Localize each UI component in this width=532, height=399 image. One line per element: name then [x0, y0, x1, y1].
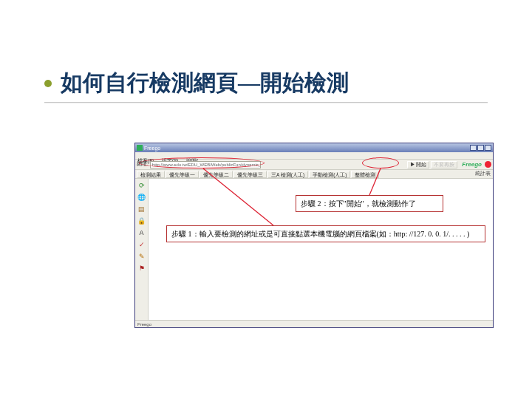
- tab-result[interactable]: 檢測結果: [137, 171, 165, 178]
- tab-p1[interactable]: 優先等級一: [166, 171, 199, 178]
- app-icon: [137, 145, 143, 151]
- flag-icon[interactable]: ⚑: [137, 263, 146, 273]
- lock-icon[interactable]: 🔒: [137, 216, 146, 225]
- logo-icon: [485, 161, 491, 168]
- refresh-icon[interactable]: ⟳: [137, 180, 146, 190]
- tab-stats[interactable]: 統計表: [475, 171, 491, 177]
- start-button[interactable]: ▶ 開始: [407, 161, 430, 168]
- globe-icon[interactable]: 🌐: [137, 192, 146, 202]
- page-icon[interactable]: ▤: [137, 204, 146, 214]
- titlebar: Freego: [135, 143, 493, 152]
- status-bar: Freego: [135, 320, 493, 327]
- tab-all[interactable]: 整體檢測: [351, 171, 379, 178]
- callout-step1: 步驟 1：輸入要檢測的網址或是可直接點選本機電腦的網頁檔案(如：http: //…: [166, 225, 485, 242]
- tab-p3[interactable]: 優先等級三: [233, 171, 267, 178]
- minimize-button[interactable]: [470, 145, 477, 151]
- text-icon[interactable]: A: [137, 228, 146, 237]
- bullet-icon: [44, 80, 52, 87]
- tab-manual[interactable]: 手動檢測(人工): [309, 171, 350, 178]
- slide-title: 如何自行檢測網頁—開始檢測: [61, 68, 349, 98]
- maximize-button[interactable]: [477, 145, 484, 151]
- callout-step2: 步驟 2：按下"開始"，就檢測動作了: [296, 195, 443, 212]
- tab-bar: 檢測結果 優先等級一 優先等級二 優先等級三 三A 檢測(人工) 手動檢測(人工…: [135, 170, 493, 179]
- sidebar: ⟳🌐▤🔒A✓✎⚑: [135, 179, 149, 320]
- title-row: 如何自行檢測網頁—開始檢測: [44, 68, 488, 98]
- tab-p2[interactable]: 優先等級二: [200, 171, 233, 178]
- slide: 如何自行檢測網頁—開始檢測 Freego 檔案(F) 設定(S) 說明( 網址:…: [0, 0, 532, 399]
- stop-button[interactable]: 不要再按: [431, 161, 457, 168]
- close-button[interactable]: [485, 145, 491, 151]
- check-icon[interactable]: ✓: [137, 239, 146, 249]
- note-icon[interactable]: ✎: [137, 251, 146, 261]
- logo-text: Freego: [462, 161, 482, 168]
- title-underline: [44, 102, 488, 103]
- tab-aaa[interactable]: 三A 檢測(人工): [267, 171, 308, 178]
- window-buttons: [470, 145, 491, 151]
- highlight-circle-url: [139, 157, 265, 168]
- highlight-circle-start: [362, 157, 399, 168]
- window-title: Freego: [144, 146, 470, 151]
